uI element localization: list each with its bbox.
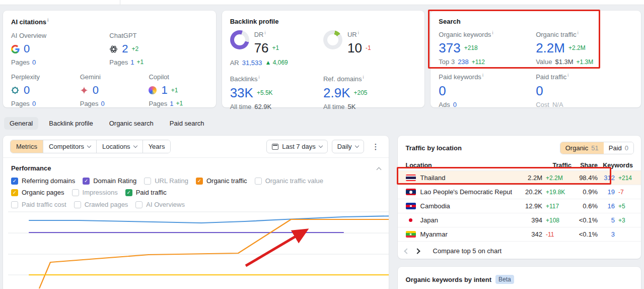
tab-organic-search[interactable]: Organic search bbox=[104, 117, 159, 130]
traffic-value: 342 bbox=[512, 230, 542, 238]
date-range-dropdown[interactable]: Last 7 days bbox=[266, 140, 328, 153]
pages-value[interactable]: 1 bbox=[130, 59, 134, 66]
citations-value[interactable]: 0 bbox=[93, 83, 99, 97]
keywords-value[interactable]: 16 bbox=[598, 202, 615, 210]
metric-checkbox[interactable]: Impressions bbox=[72, 189, 118, 196]
years-filter-button[interactable]: Years bbox=[142, 140, 171, 153]
location-table-row[interactable]: Thailand2.2M+2.2M98.4%312+214 bbox=[398, 171, 641, 185]
pages-value[interactable]: 0 bbox=[101, 100, 105, 107]
pages-value[interactable]: 1 bbox=[170, 100, 173, 107]
keywords-value[interactable]: 312 bbox=[598, 174, 615, 182]
metrics-filter-button[interactable]: Metrics bbox=[11, 140, 43, 153]
backlink-profile-card: Backlink profile DRi 76+1 AR 31,533 ▲ 4,… bbox=[222, 11, 425, 107]
citations-value[interactable]: 0 bbox=[24, 42, 30, 56]
info-icon[interactable]: i bbox=[578, 30, 579, 35]
top3-link[interactable]: 238 bbox=[458, 58, 469, 66]
location-table-row[interactable]: Myanmar342-11<0.1%3 bbox=[398, 227, 641, 242]
tab-general[interactable]: General bbox=[4, 117, 38, 130]
chevron-down-icon bbox=[133, 144, 137, 148]
ai-citation-item: Perplexity0Pages0 bbox=[11, 73, 80, 107]
locations-dropdown[interactable]: Locations bbox=[96, 140, 142, 153]
citations-delta: +1 bbox=[171, 87, 178, 94]
traffic-delta: +19.8K bbox=[542, 189, 571, 196]
metric-checkbox[interactable]: ✓Domain Rating bbox=[83, 177, 136, 185]
metric-checkbox-label: Organic pages bbox=[22, 189, 64, 196]
citations-value[interactable]: 1 bbox=[161, 83, 167, 97]
location-name: Myanmar bbox=[420, 230, 448, 238]
search-card: Search Organic keywordsi 373+218 Top 323… bbox=[431, 11, 641, 107]
tab-backlink-profile[interactable]: Backlink profile bbox=[43, 117, 98, 130]
info-icon[interactable]: i bbox=[363, 75, 364, 80]
metric-checkbox[interactable]: URL Rating bbox=[144, 177, 188, 185]
competitors-dropdown[interactable]: Competitors bbox=[43, 140, 96, 153]
location-table-row[interactable]: Japan394+108<0.1%5+3 bbox=[398, 213, 641, 227]
more-options-kebab-icon[interactable]: ⋮ bbox=[369, 142, 383, 151]
tab-paid-search[interactable]: Paid search bbox=[164, 117, 210, 130]
info-icon[interactable]: i bbox=[567, 73, 568, 78]
info-icon[interactable]: i bbox=[492, 30, 493, 35]
performance-chart[interactable] bbox=[3, 199, 389, 288]
citations-value[interactable]: 2 bbox=[122, 42, 128, 56]
toggle-paid[interactable]: Paid0 bbox=[604, 142, 633, 154]
next-page-chevron-icon[interactable] bbox=[414, 248, 420, 254]
paid-traffic-value[interactable]: 0 bbox=[536, 84, 543, 98]
info-icon[interactable]: i bbox=[47, 18, 49, 23]
unchecked-checkbox-icon bbox=[255, 178, 262, 185]
keywords-delta: +3 bbox=[615, 217, 633, 224]
ur-value: 10 bbox=[347, 41, 362, 55]
kh-flag-icon bbox=[406, 203, 416, 209]
backlink-profile-title: Backlink profile bbox=[230, 18, 417, 25]
checked-checkbox-icon: ✓ bbox=[125, 189, 132, 196]
collapse-chevron-icon[interactable] bbox=[376, 167, 381, 172]
info-icon[interactable]: i bbox=[259, 75, 260, 80]
metric-checkbox-label: Organic traffic value bbox=[265, 177, 323, 185]
metric-checkbox[interactable]: ✓Organic pages bbox=[11, 189, 64, 196]
info-icon[interactable]: i bbox=[264, 30, 265, 35]
keywords-delta: -7 bbox=[615, 189, 633, 196]
metric-checkbox[interactable]: ✓Paid traffic bbox=[125, 189, 167, 196]
calendar-icon bbox=[272, 144, 278, 150]
performance-card: Metrics Competitors Locations Years Last… bbox=[3, 136, 389, 289]
paid-keywords-value[interactable]: 0 bbox=[439, 84, 446, 98]
toolbar-divider bbox=[120, 0, 120, 5]
granularity-dropdown[interactable]: Daily bbox=[332, 140, 364, 153]
dr-delta: +1 bbox=[272, 44, 279, 51]
organic-traffic-value[interactable]: 2.2M bbox=[536, 41, 565, 55]
metric-checkbox[interactable]: Organic traffic value bbox=[255, 177, 323, 185]
dr-value: 76 bbox=[254, 41, 269, 55]
info-icon[interactable]: i bbox=[358, 30, 359, 35]
citations-value[interactable]: 0 bbox=[24, 83, 30, 97]
share-value: 98.4% bbox=[571, 174, 598, 182]
traffic-by-location-title: Traffic by location bbox=[406, 144, 462, 152]
backlinks-value[interactable]: 33K bbox=[230, 86, 253, 100]
metric-checkbox[interactable]: ✓Referring domains bbox=[11, 177, 75, 185]
keywords-value[interactable]: 5 bbox=[598, 216, 615, 224]
location-table-row[interactable]: Cambodia12.9K+1170.6%16+5 bbox=[398, 199, 641, 213]
keywords-value[interactable]: 19 bbox=[598, 188, 615, 196]
dr-donut bbox=[230, 30, 249, 49]
pages-value[interactable]: 0 bbox=[32, 59, 36, 66]
location-name: Cambodia bbox=[420, 202, 450, 210]
keywords-value[interactable]: 3 bbox=[598, 230, 615, 238]
checked-checkbox-icon: ✓ bbox=[11, 189, 18, 196]
copilot-icon bbox=[149, 86, 158, 94]
info-icon[interactable]: i bbox=[482, 73, 483, 78]
ai-source-label: Copilot bbox=[149, 73, 207, 81]
toggle-organic[interactable]: Organic51 bbox=[560, 142, 604, 154]
organic-keywords-value[interactable]: 373 bbox=[439, 41, 460, 55]
ref-domains-value[interactable]: 2.9K bbox=[323, 86, 350, 100]
search-title: Search bbox=[439, 18, 633, 25]
ai-citation-item: ChatGPT2+2Pages1+1 bbox=[109, 32, 207, 66]
top-toolbar-edge bbox=[0, 0, 644, 5]
location-table-row[interactable]: Lao People's Democratic Reput20.2K+19.8K… bbox=[398, 185, 641, 199]
pages-label: Pages bbox=[109, 59, 128, 66]
pages-value[interactable]: 0 bbox=[32, 100, 36, 107]
compare-top5-link[interactable]: Compare top 5 on chart bbox=[433, 247, 502, 255]
metric-checkbox[interactable]: ✓Organic traffic bbox=[196, 177, 247, 185]
ai-source-label: ChatGPT bbox=[109, 32, 207, 39]
prev-page-chevron-icon[interactable] bbox=[404, 248, 409, 254]
location-table-footer: Compare top 5 on chart bbox=[398, 242, 641, 260]
ar-value-link[interactable]: 31,533 bbox=[242, 59, 262, 67]
share-value: 0.6% bbox=[571, 202, 598, 210]
chatgpt-icon bbox=[109, 45, 118, 53]
